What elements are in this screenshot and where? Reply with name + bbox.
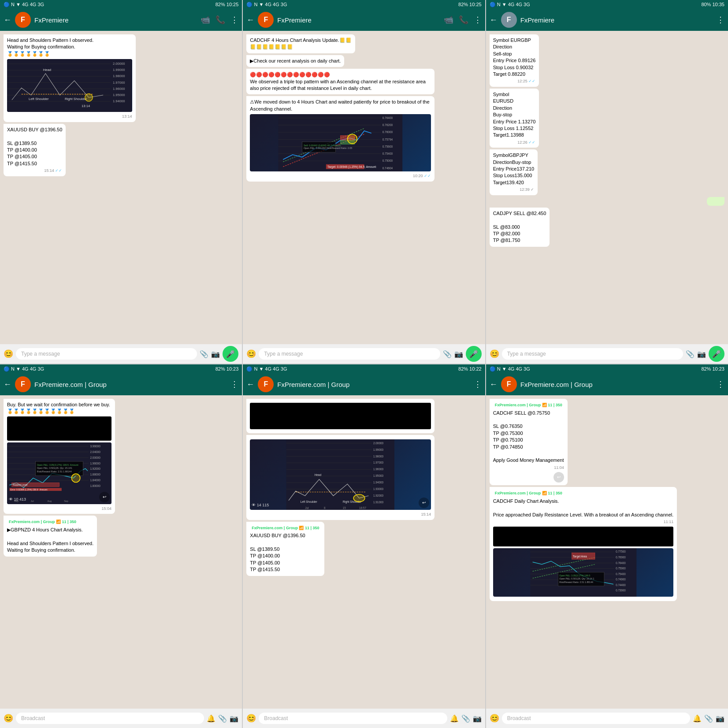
svg-text:1.98000: 1.98000 bbox=[113, 74, 125, 78]
view-count-5-2: 👁 14 115 bbox=[252, 502, 269, 508]
video-icon-2[interactable]: 📹 bbox=[444, 15, 453, 25]
type-area-5[interactable]: Broadcast bbox=[259, 713, 447, 724]
attach-btn-3[interactable]: 📎 bbox=[686, 350, 695, 358]
avatar-1: F bbox=[15, 12, 31, 28]
mic-btn-1[interactable]: 🎤 bbox=[223, 346, 238, 362]
black-box-4-1 bbox=[7, 416, 111, 441]
more-icon-5[interactable]: ⋮ bbox=[474, 379, 482, 389]
svg-text:1.94000: 1.94000 bbox=[373, 481, 384, 484]
msg-text-1-1: Head and Shoulders Pattern I observed. W… bbox=[7, 37, 132, 57]
bell-btn-4[interactable]: 🔔 bbox=[207, 714, 215, 723]
svg-text:1.98000: 1.98000 bbox=[373, 455, 384, 458]
camera-btn-2[interactable]: 📷 bbox=[454, 350, 463, 358]
msg-text-3-1: Symbol EURGBP Direction Sell-stop Entry … bbox=[493, 37, 536, 78]
svg-text:Jul: Jul bbox=[305, 506, 309, 509]
msg-3-3: SymbolGBPJPY DirectionBuy-stop Entry Pri… bbox=[490, 149, 538, 195]
call-icon-2[interactable]: 📞 bbox=[459, 15, 468, 25]
mic-btn-3[interactable]: 🎤 bbox=[709, 346, 724, 362]
type-area-3[interactable]: Type a message bbox=[502, 348, 683, 360]
forward-btn-4-1[interactable]: ↩ bbox=[99, 492, 110, 502]
more-icon-2[interactable]: ⋮ bbox=[474, 15, 482, 25]
chat-header-1: ← F FxPremiere 📹 📞 ⋮ bbox=[0, 9, 242, 31]
type-area-1[interactable]: Type a message bbox=[16, 348, 197, 360]
type-area-6[interactable]: Broadcast bbox=[502, 713, 690, 724]
svg-text:1.84000: 1.84000 bbox=[90, 479, 100, 482]
bottom-bar-6: 😊 Broadcast 🔔 📎 📷 bbox=[486, 709, 728, 728]
svg-text:16:57: 16:57 bbox=[359, 506, 366, 509]
svg-text:13:14: 13:14 bbox=[82, 104, 90, 108]
status-right-3: 80% 10:35 bbox=[701, 2, 724, 7]
header-info-4: FxPremiere.com | Group bbox=[34, 381, 227, 388]
msg-time-1-2: 15:14 ✓✓ bbox=[7, 168, 62, 174]
more-icon-1[interactable]: ⋮ bbox=[230, 15, 238, 25]
mic-btn-2[interactable]: 🎤 bbox=[466, 346, 482, 362]
msg-text-3-4: CADJPY SELL @82.450 SL @83.000 TP @82.00… bbox=[493, 210, 546, 244]
call-icon-1[interactable]: 📞 bbox=[215, 15, 225, 25]
bottom-bar-1: 😊 Type a message 📎 📷 🎤 bbox=[0, 344, 242, 364]
header-info-1: FxPremiere bbox=[34, 16, 197, 24]
svg-text:Open P&L: 3.05(3.17%) 199.5: Open P&L: 3.05(3.17%) 199.5 bbox=[559, 574, 590, 577]
bottom-bar-5: 😊 Broadcast 🔔 📎 📷 bbox=[243, 709, 485, 728]
msg-time-4-1: 15:04 bbox=[7, 506, 111, 512]
status-bar-4: 🔵 N ▼ 4G 4G 3G 82% 10:23 bbox=[0, 364, 242, 373]
msg-6-1: FxPremiere.com | Group 📶 11 | 350 CADCHF… bbox=[490, 399, 568, 485]
svg-text:1.97000: 1.97000 bbox=[373, 461, 384, 464]
video-icon-1[interactable]: 📹 bbox=[201, 15, 210, 25]
svg-text:8: 8 bbox=[324, 506, 326, 509]
screen-2: 🔵 N ▼ 4G 4G 3G 82% 10:25 ← F FxPremiere … bbox=[243, 0, 485, 364]
msg-5-2: 2.00000 1.99000 1.98000 1.97000 1.96000 … bbox=[246, 435, 435, 520]
svg-text:Right Shoulder: Right Shoulder bbox=[65, 97, 87, 101]
attach-btn-2[interactable]: 📎 bbox=[443, 350, 452, 358]
camera-btn-4[interactable]: 📷 bbox=[230, 714, 238, 723]
msg-3-1: Symbol EURGBP Direction Sell-stop Entry … bbox=[490, 34, 539, 87]
emoji-btn-2[interactable]: 😊 bbox=[246, 349, 256, 359]
camera-btn-6[interactable]: 📷 bbox=[716, 714, 724, 723]
camera-btn-1[interactable]: 📷 bbox=[211, 350, 220, 358]
chart-img-6-2: 0.77500 0.76900 0.76400 0.75900 0.75400 … bbox=[493, 548, 674, 597]
forward-btn-6-1[interactable]: ↩ bbox=[553, 472, 564, 483]
svg-text:1.96000: 1.96000 bbox=[373, 468, 384, 471]
type-area-2[interactable]: Type a message bbox=[259, 348, 440, 360]
msg-text-2-4: ⚠We moved down to 4 Hours Chart and wait… bbox=[250, 99, 431, 112]
attach-btn-5[interactable]: 📎 bbox=[461, 714, 470, 723]
msg-text-6-2: CADCHF Daily Chart Analysis.Price approa… bbox=[493, 498, 674, 518]
emoji-btn-3[interactable]: 😊 bbox=[490, 349, 499, 359]
emoji-btn-1[interactable]: 😊 bbox=[4, 349, 13, 359]
status-bar-3: 🔵 N ▼ 4G 4G 3G 80% 10:35 bbox=[486, 0, 728, 9]
header-icons-3: ⋮ bbox=[717, 15, 724, 25]
back-button-5[interactable]: ← bbox=[246, 380, 254, 389]
svg-text:1.91000: 1.91000 bbox=[373, 501, 384, 504]
back-button-1[interactable]: ← bbox=[4, 15, 11, 25]
forward-btn-5-2[interactable]: ↩ bbox=[419, 498, 429, 508]
msg-text-2-3: 🔴🔴🔴🔴🔴🔴🔴🔴🔴🔴🔴🔴🔴We observed a triple top pa… bbox=[250, 71, 431, 92]
bottom-bar-2: 😊 Type a message 📎 📷 🎤 bbox=[243, 344, 485, 364]
msg-text-4-2: ▶GBPNZD 4 Hours Chart Analysis.Head and … bbox=[7, 527, 93, 554]
svg-text:1.97000: 1.97000 bbox=[113, 81, 125, 85]
attach-btn-4[interactable]: 📎 bbox=[218, 714, 227, 723]
svg-text:2.00000: 2.00000 bbox=[373, 442, 384, 445]
emoji-btn-4[interactable]: 😊 bbox=[4, 713, 13, 723]
bell-btn-5[interactable]: 🔔 bbox=[450, 714, 459, 723]
type-area-4[interactable]: Broadcast bbox=[16, 713, 204, 724]
emoji-btn-6[interactable]: 😊 bbox=[490, 713, 499, 723]
back-button-6[interactable]: ← bbox=[490, 380, 498, 389]
svg-text:0.74900: 0.74900 bbox=[616, 578, 626, 581]
back-button-2[interactable]: ← bbox=[246, 15, 254, 25]
svg-text:Target: 0.00946 (1.25%) 94.5; : Target: 0.00946 (1.25%) 94.5; Amount: bbox=[327, 166, 377, 169]
attach-btn-1[interactable]: 📎 bbox=[200, 350, 208, 358]
more-icon-3[interactable]: ⋮ bbox=[717, 15, 724, 25]
camera-btn-5[interactable]: 📷 bbox=[473, 714, 482, 723]
back-button-3[interactable]: ← bbox=[490, 15, 498, 25]
attach-btn-6[interactable]: 📎 bbox=[704, 714, 713, 723]
svg-text:1.92000: 1.92000 bbox=[90, 467, 100, 470]
screen-1: 🔵 N ▼ 4G 4G 3G 82% 10:25 ← F FxPremiere … bbox=[0, 0, 242, 364]
back-button-4[interactable]: ← bbox=[4, 380, 11, 389]
emoji-btn-5[interactable]: 😊 bbox=[246, 713, 256, 723]
camera-btn-3[interactable]: 📷 bbox=[697, 350, 706, 358]
chat-area-2: CADCHF 4 Hours Chart Analysis Update.📒📒📒… bbox=[243, 31, 485, 344]
more-icon-6[interactable]: ⋮ bbox=[717, 379, 724, 389]
bell-btn-6[interactable]: 🔔 bbox=[693, 714, 702, 723]
group-badge-5-3: FxPremiere.com | Group 📶 11 | 350 bbox=[250, 524, 321, 532]
more-icon-4[interactable]: ⋮ bbox=[230, 379, 238, 389]
svg-text:0.75794: 0.75794 bbox=[383, 138, 393, 141]
